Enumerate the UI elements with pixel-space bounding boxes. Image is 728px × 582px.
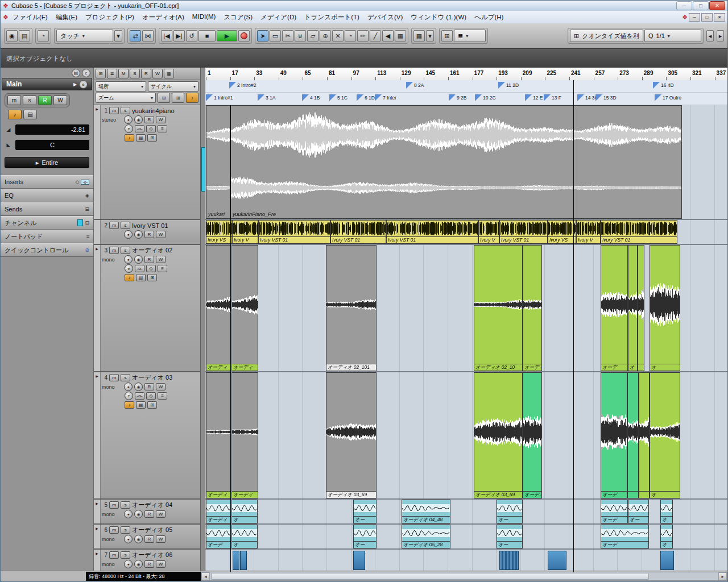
cycle-marker[interactable]: 7 Inter bbox=[375, 94, 396, 101]
track-sends-state-button[interactable]: ≡ bbox=[158, 125, 167, 132]
audio-event[interactable]: オーディオ 04_48 bbox=[402, 500, 450, 523]
audio-event[interactable]: オ bbox=[650, 372, 680, 498]
cycle-marker[interactable]: 12 E bbox=[525, 94, 543, 101]
track-lanes-button[interactable]: ⊞ bbox=[147, 401, 157, 409]
track-edit-channel-button[interactable]: e bbox=[125, 392, 133, 400]
play-tool[interactable]: ◀ bbox=[382, 30, 394, 41]
split-tool[interactable]: ✂ bbox=[282, 30, 293, 41]
zoom-preset-button-1[interactable]: ⊞ bbox=[158, 93, 170, 103]
menu-item-7[interactable]: トランスポート(T) bbox=[300, 12, 363, 23]
expand-arrow-icon[interactable]: ▸ bbox=[73, 80, 77, 88]
audio-event[interactable]: yuukarinPiano_Pre bbox=[230, 105, 682, 219]
record-button[interactable] bbox=[238, 30, 250, 41]
activate-project-button[interactable]: ◉ bbox=[6, 30, 18, 41]
track-lanes-button[interactable]: ⊞ bbox=[147, 134, 157, 142]
track-expand-arrow-icon[interactable]: ▶ bbox=[96, 526, 98, 548]
midi-part[interactable] bbox=[353, 551, 365, 570]
cycle-marker[interactable]: 11 2D bbox=[498, 82, 519, 89]
cycle-marker[interactable]: 16 4D bbox=[653, 82, 674, 89]
instrument-part[interactable]: Ivory VST 01 bbox=[499, 220, 548, 244]
track-expand-arrow-icon[interactable]: ▶ bbox=[96, 374, 98, 498]
track-mute-button[interactable]: m bbox=[109, 526, 119, 534]
audio-event[interactable]: オーディオ 02_10 bbox=[474, 245, 523, 371]
all-mute-button[interactable]: M bbox=[118, 69, 129, 78]
track-mute-button[interactable]: m bbox=[109, 501, 119, 509]
project-cursor[interactable] bbox=[573, 80, 574, 572]
audio-event[interactable]: オ bbox=[231, 525, 258, 548]
color-menu-button[interactable]: ▦ bbox=[413, 30, 425, 41]
cycle-marker[interactable]: 9 2B bbox=[449, 94, 467, 101]
musical-grid-button[interactable]: ♪ bbox=[186, 93, 198, 103]
inspector-section-1[interactable]: EQ◈ bbox=[1, 189, 93, 202]
audio-event[interactable]: オーディ bbox=[206, 372, 231, 498]
audio-event[interactable]: オーディオ 03_69 bbox=[326, 372, 377, 498]
track-folder-button[interactable]: ▤ bbox=[136, 274, 146, 281]
track-edit-channel-button[interactable]: e bbox=[125, 124, 133, 133]
track-folder-button[interactable]: ▤ bbox=[136, 134, 146, 142]
setup-window-layout-button[interactable]: ▤ bbox=[19, 30, 30, 41]
titlebar[interactable]: ❖ Cubase 5 - [Cubase 5 プロジェクト - yuukarin… bbox=[1, 1, 727, 11]
track-expand-arrow-icon[interactable]: ▶ bbox=[96, 247, 98, 371]
audio-event[interactable]: オー bbox=[353, 525, 377, 548]
track-inserts-state-button[interactable]: -o- bbox=[135, 265, 144, 272]
location-select[interactable]: 場所 ▾ bbox=[96, 81, 146, 92]
quantize-value-select[interactable]: Q 1/1 ▾ bbox=[644, 30, 701, 42]
track-mute-button[interactable]: m bbox=[109, 107, 119, 114]
time-ruler[interactable]: 1173349658197113129145161177193209225241… bbox=[205, 68, 727, 81]
cycle-marker[interactable]: 17 Outro bbox=[655, 94, 681, 101]
draw-tool[interactable]: ✏ bbox=[357, 30, 369, 41]
instrument-part[interactable]: Ivory VST 01 bbox=[330, 220, 386, 244]
autoscroll-button[interactable]: ⇄ bbox=[130, 30, 141, 41]
audio-event[interactable]: オーデ bbox=[601, 525, 649, 548]
track-eq-state-button[interactable]: ◇ bbox=[146, 265, 156, 272]
cycle-select[interactable]: サイクル ▾ bbox=[148, 81, 198, 92]
zoom-select[interactable]: ズーム ▾ bbox=[96, 93, 156, 103]
track-write-button[interactable]: W bbox=[156, 510, 166, 518]
track-record-arm-button[interactable]: ● bbox=[124, 383, 133, 391]
track-monitor-button[interactable]: ◉ bbox=[134, 560, 143, 568]
stop-button[interactable]: ■ bbox=[198, 30, 216, 41]
color-tool[interactable]: ▦ bbox=[395, 30, 406, 41]
track-monitor-button[interactable]: ◉ bbox=[134, 383, 143, 391]
track-list-item-5[interactable]: ▶5msオーディオ 04mono●◉RW bbox=[94, 500, 200, 525]
cycle-marker[interactable]: 15 3D bbox=[595, 94, 617, 101]
track-read-button[interactable]: R bbox=[144, 256, 154, 263]
inspector-section-4[interactable]: ノートパッド≡ bbox=[1, 230, 93, 243]
track-list-item-6[interactable]: ▶6msオーディオ 05mono●◉RW bbox=[94, 525, 200, 550]
track-record-arm-button[interactable]: ● bbox=[124, 560, 133, 568]
audio-event[interactable]: オー bbox=[497, 525, 523, 548]
audio-event[interactable]: オーディ bbox=[206, 500, 231, 523]
menu-item-10[interactable]: ヘルプ(H) bbox=[470, 12, 507, 23]
audio-event[interactable]: オーディ bbox=[523, 372, 542, 498]
cycle-marker[interactable]: 1 Intro#1 bbox=[206, 94, 233, 101]
menu-item-3[interactable]: オーディオ(A) bbox=[138, 12, 188, 23]
all-solo-button[interactable]: S bbox=[130, 69, 140, 78]
cycle-marker[interactable]: 2 Intro#2 bbox=[229, 82, 257, 89]
track-solo-button[interactable]: s bbox=[121, 501, 130, 509]
horizontal-scrollbar[interactable]: ◂ ▸ bbox=[201, 572, 727, 581]
audio-event[interactable]: オーディ bbox=[231, 245, 258, 371]
track-monitor-button[interactable]: ◉ bbox=[134, 230, 143, 239]
inspector-edit-icon[interactable]: e bbox=[82, 69, 90, 77]
audio-event[interactable]: オーディ bbox=[231, 372, 258, 498]
instrument-part[interactable]: Ivory VST 01 bbox=[386, 220, 478, 244]
midi-part[interactable] bbox=[233, 551, 239, 570]
inspector-setup-icon[interactable]: ▤ bbox=[72, 69, 80, 77]
track-expand-arrow-icon[interactable]: ▶ bbox=[96, 107, 98, 219]
track-list-item-1[interactable]: ▶1msyuukarin4pianostereo●◉RWe-o-◇≡♪▤⊞ bbox=[94, 105, 200, 220]
instrument-part[interactable]: Ivory V bbox=[576, 220, 601, 244]
track-record-arm-button[interactable]: ● bbox=[124, 535, 133, 543]
time-warp-tool[interactable]: ◔ bbox=[345, 30, 356, 41]
track-list-icon[interactable]: ≣ bbox=[107, 69, 117, 78]
instrument-part[interactable]: Ivory V bbox=[232, 220, 258, 244]
track-write-button[interactable]: W bbox=[156, 560, 166, 568]
divider-scroll-strip[interactable] bbox=[201, 68, 205, 572]
track-write-button[interactable]: W bbox=[156, 231, 166, 238]
track-record-arm-button[interactable]: ● bbox=[124, 255, 133, 264]
scroll-right-arrow[interactable]: ▸ bbox=[718, 572, 727, 580]
track-write-button[interactable]: W bbox=[156, 256, 166, 263]
track-write-button[interactable]: W bbox=[156, 535, 166, 543]
instrument-part[interactable]: Ivory VST 01 bbox=[601, 220, 677, 244]
quantize-type-button[interactable]: ⊞ クオンタイズ値を利 bbox=[570, 30, 643, 42]
track-solo-button[interactable]: s bbox=[121, 374, 130, 381]
